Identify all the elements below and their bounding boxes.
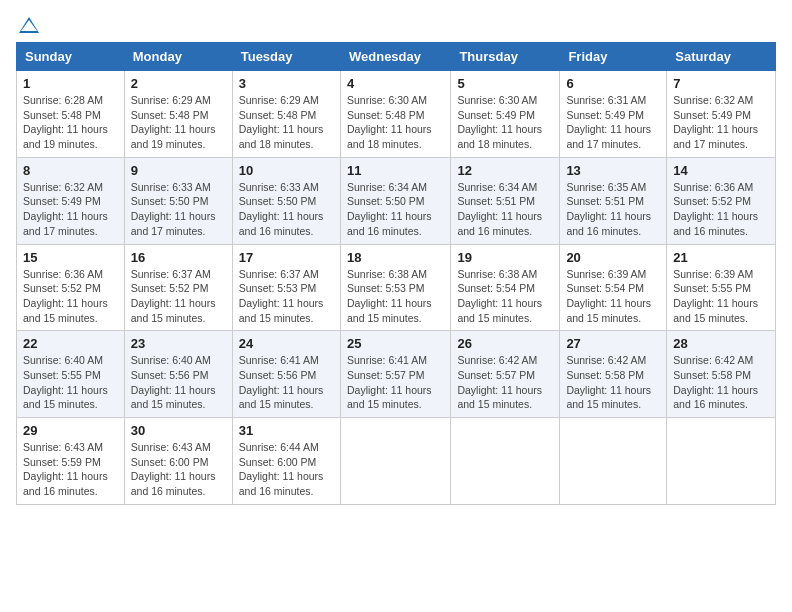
calendar-day-cell: 21Sunrise: 6:39 AMSunset: 5:55 PMDayligh… (667, 244, 776, 331)
calendar-day-cell: 19Sunrise: 6:38 AMSunset: 5:54 PMDayligh… (451, 244, 560, 331)
day-number: 5 (457, 76, 553, 91)
day-info: Sunrise: 6:33 AMSunset: 5:50 PMDaylight:… (131, 180, 226, 239)
day-number: 20 (566, 250, 660, 265)
calendar-day-cell: 13Sunrise: 6:35 AMSunset: 5:51 PMDayligh… (560, 157, 667, 244)
day-info: Sunrise: 6:35 AMSunset: 5:51 PMDaylight:… (566, 180, 660, 239)
day-number: 16 (131, 250, 226, 265)
calendar-day-cell: 14Sunrise: 6:36 AMSunset: 5:52 PMDayligh… (667, 157, 776, 244)
calendar-day-cell: 12Sunrise: 6:34 AMSunset: 5:51 PMDayligh… (451, 157, 560, 244)
calendar-day-cell: 23Sunrise: 6:40 AMSunset: 5:56 PMDayligh… (124, 331, 232, 418)
day-info: Sunrise: 6:30 AMSunset: 5:49 PMDaylight:… (457, 93, 553, 152)
day-number: 21 (673, 250, 769, 265)
page-header (16, 16, 776, 34)
weekday-header-tuesday: Tuesday (232, 43, 340, 71)
day-number: 4 (347, 76, 444, 91)
day-info: Sunrise: 6:32 AMSunset: 5:49 PMDaylight:… (23, 180, 118, 239)
weekday-header-row: SundayMondayTuesdayWednesdayThursdayFrid… (17, 43, 776, 71)
day-info: Sunrise: 6:41 AMSunset: 5:56 PMDaylight:… (239, 353, 334, 412)
day-number: 11 (347, 163, 444, 178)
calendar-day-cell (667, 418, 776, 505)
day-info: Sunrise: 6:43 AMSunset: 5:59 PMDaylight:… (23, 440, 118, 499)
calendar-body: 1Sunrise: 6:28 AMSunset: 5:48 PMDaylight… (17, 71, 776, 505)
calendar-day-cell: 7Sunrise: 6:32 AMSunset: 5:49 PMDaylight… (667, 71, 776, 158)
calendar-day-cell: 31Sunrise: 6:44 AMSunset: 6:00 PMDayligh… (232, 418, 340, 505)
day-number: 18 (347, 250, 444, 265)
weekday-header-monday: Monday (124, 43, 232, 71)
calendar-day-cell: 28Sunrise: 6:42 AMSunset: 5:58 PMDayligh… (667, 331, 776, 418)
day-number: 8 (23, 163, 118, 178)
calendar-day-cell: 26Sunrise: 6:42 AMSunset: 5:57 PMDayligh… (451, 331, 560, 418)
day-number: 27 (566, 336, 660, 351)
day-info: Sunrise: 6:29 AMSunset: 5:48 PMDaylight:… (131, 93, 226, 152)
day-info: Sunrise: 6:42 AMSunset: 5:57 PMDaylight:… (457, 353, 553, 412)
calendar-day-cell: 4Sunrise: 6:30 AMSunset: 5:48 PMDaylight… (340, 71, 450, 158)
weekday-header-friday: Friday (560, 43, 667, 71)
day-number: 22 (23, 336, 118, 351)
calendar-week-row: 1Sunrise: 6:28 AMSunset: 5:48 PMDaylight… (17, 71, 776, 158)
calendar-day-cell: 17Sunrise: 6:37 AMSunset: 5:53 PMDayligh… (232, 244, 340, 331)
calendar-day-cell: 15Sunrise: 6:36 AMSunset: 5:52 PMDayligh… (17, 244, 125, 331)
day-number: 1 (23, 76, 118, 91)
day-number: 2 (131, 76, 226, 91)
weekday-header-thursday: Thursday (451, 43, 560, 71)
day-number: 30 (131, 423, 226, 438)
day-number: 23 (131, 336, 226, 351)
day-number: 15 (23, 250, 118, 265)
day-number: 12 (457, 163, 553, 178)
day-info: Sunrise: 6:30 AMSunset: 5:48 PMDaylight:… (347, 93, 444, 152)
day-number: 26 (457, 336, 553, 351)
weekday-header-wednesday: Wednesday (340, 43, 450, 71)
calendar-day-cell: 5Sunrise: 6:30 AMSunset: 5:49 PMDaylight… (451, 71, 560, 158)
calendar-day-cell: 29Sunrise: 6:43 AMSunset: 5:59 PMDayligh… (17, 418, 125, 505)
day-info: Sunrise: 6:42 AMSunset: 5:58 PMDaylight:… (566, 353, 660, 412)
calendar-day-cell: 2Sunrise: 6:29 AMSunset: 5:48 PMDaylight… (124, 71, 232, 158)
day-number: 7 (673, 76, 769, 91)
calendar-day-cell (560, 418, 667, 505)
svg-marker-1 (21, 20, 37, 31)
day-info: Sunrise: 6:32 AMSunset: 5:49 PMDaylight:… (673, 93, 769, 152)
day-number: 10 (239, 163, 334, 178)
calendar-day-cell: 3Sunrise: 6:29 AMSunset: 5:48 PMDaylight… (232, 71, 340, 158)
day-number: 19 (457, 250, 553, 265)
day-info: Sunrise: 6:38 AMSunset: 5:54 PMDaylight:… (457, 267, 553, 326)
day-info: Sunrise: 6:36 AMSunset: 5:52 PMDaylight:… (673, 180, 769, 239)
calendar-day-cell: 27Sunrise: 6:42 AMSunset: 5:58 PMDayligh… (560, 331, 667, 418)
calendar-day-cell: 25Sunrise: 6:41 AMSunset: 5:57 PMDayligh… (340, 331, 450, 418)
day-number: 31 (239, 423, 334, 438)
calendar-day-cell: 6Sunrise: 6:31 AMSunset: 5:49 PMDaylight… (560, 71, 667, 158)
calendar-day-cell: 18Sunrise: 6:38 AMSunset: 5:53 PMDayligh… (340, 244, 450, 331)
calendar-week-row: 15Sunrise: 6:36 AMSunset: 5:52 PMDayligh… (17, 244, 776, 331)
weekday-header-saturday: Saturday (667, 43, 776, 71)
day-info: Sunrise: 6:33 AMSunset: 5:50 PMDaylight:… (239, 180, 334, 239)
calendar-day-cell: 30Sunrise: 6:43 AMSunset: 6:00 PMDayligh… (124, 418, 232, 505)
calendar-day-cell (340, 418, 450, 505)
day-number: 3 (239, 76, 334, 91)
calendar-day-cell: 11Sunrise: 6:34 AMSunset: 5:50 PMDayligh… (340, 157, 450, 244)
day-info: Sunrise: 6:37 AMSunset: 5:52 PMDaylight:… (131, 267, 226, 326)
calendar-day-cell: 20Sunrise: 6:39 AMSunset: 5:54 PMDayligh… (560, 244, 667, 331)
day-info: Sunrise: 6:34 AMSunset: 5:51 PMDaylight:… (457, 180, 553, 239)
day-number: 6 (566, 76, 660, 91)
calendar-week-row: 29Sunrise: 6:43 AMSunset: 5:59 PMDayligh… (17, 418, 776, 505)
calendar-day-cell (451, 418, 560, 505)
day-info: Sunrise: 6:28 AMSunset: 5:48 PMDaylight:… (23, 93, 118, 152)
day-info: Sunrise: 6:38 AMSunset: 5:53 PMDaylight:… (347, 267, 444, 326)
day-number: 13 (566, 163, 660, 178)
day-info: Sunrise: 6:37 AMSunset: 5:53 PMDaylight:… (239, 267, 334, 326)
weekday-header-sunday: Sunday (17, 43, 125, 71)
day-info: Sunrise: 6:44 AMSunset: 6:00 PMDaylight:… (239, 440, 334, 499)
day-info: Sunrise: 6:40 AMSunset: 5:55 PMDaylight:… (23, 353, 118, 412)
day-number: 25 (347, 336, 444, 351)
calendar-day-cell: 1Sunrise: 6:28 AMSunset: 5:48 PMDaylight… (17, 71, 125, 158)
day-info: Sunrise: 6:39 AMSunset: 5:54 PMDaylight:… (566, 267, 660, 326)
logo-icon (18, 16, 40, 34)
day-number: 24 (239, 336, 334, 351)
calendar-day-cell: 9Sunrise: 6:33 AMSunset: 5:50 PMDaylight… (124, 157, 232, 244)
day-info: Sunrise: 6:41 AMSunset: 5:57 PMDaylight:… (347, 353, 444, 412)
day-info: Sunrise: 6:42 AMSunset: 5:58 PMDaylight:… (673, 353, 769, 412)
calendar-day-cell: 10Sunrise: 6:33 AMSunset: 5:50 PMDayligh… (232, 157, 340, 244)
calendar-table: SundayMondayTuesdayWednesdayThursdayFrid… (16, 42, 776, 505)
calendar-day-cell: 22Sunrise: 6:40 AMSunset: 5:55 PMDayligh… (17, 331, 125, 418)
day-info: Sunrise: 6:39 AMSunset: 5:55 PMDaylight:… (673, 267, 769, 326)
day-number: 17 (239, 250, 334, 265)
